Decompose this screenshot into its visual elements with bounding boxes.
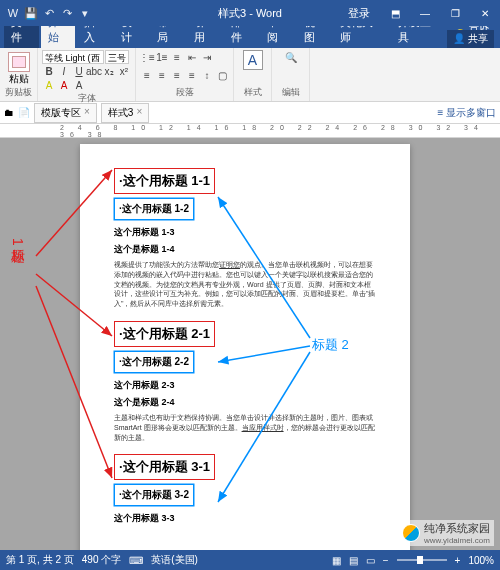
status-bar: 第 1 页, 共 2 页 490 个字 ⌨ 英语(美国) ▦ ▤ ▭ − + 1… [0,550,500,570]
ribbon-display-icon[interactable]: ⬒ [380,0,410,26]
share-button[interactable]: 👤 共享 [447,30,494,48]
paste-icon[interactable] [8,52,30,72]
styles-group: A 样式 [234,48,272,101]
zoom-slider[interactable] [397,559,447,561]
window-title: 样式3 - Word [218,6,282,21]
svg-line-4 [218,346,310,362]
zoom-in-button[interactable]: + [455,555,461,566]
styles-label: 样式 [244,86,262,99]
shading-button[interactable]: ▢ [215,68,229,82]
watermark-logo-icon [402,524,420,542]
strike-button[interactable]: abc [87,64,101,78]
tab-document[interactable]: 样式3× [101,103,149,123]
ruler[interactable]: 2 4 6 8 10 12 14 16 18 20 22 24 26 28 30… [0,124,500,138]
editing-group: 🔍 编辑 [272,48,310,101]
underline-button[interactable]: U [72,64,86,78]
word-icon: W [6,6,20,20]
close-tab-icon[interactable]: × [136,106,142,120]
language-indicator[interactable]: 英语(美国) [151,553,198,567]
clipboard-group: 粘贴 剪贴板 [0,48,38,101]
char-border-button[interactable]: A [72,78,86,92]
sub-toolbar: 🖿 📄 模版专区× 样式3× ≡ 显示多窗口 [0,102,500,124]
svg-line-2 [36,286,112,478]
editing-label: 编辑 [282,86,300,99]
font-group: 等线 Light (西文标题) 三号 B I U abc x₂ x² A A A… [38,48,136,101]
restore-icon[interactable]: ❐ [440,0,470,26]
font-color-button[interactable]: A [57,78,71,92]
svg-line-1 [36,274,112,336]
clipboard-label: 剪贴板 [5,86,32,99]
paste-label: 粘贴 [9,72,29,86]
redo-icon[interactable]: ↷ [60,6,74,20]
show-windows-button[interactable]: ≡ 显示多窗口 [437,106,496,120]
svg-line-0 [36,170,112,256]
title-bar: W 💾 ↶ ↷ ▾ 样式3 - Word 登录 ⬒ — ❐ ✕ [0,0,500,26]
styles-gallery-icon[interactable]: A [243,50,263,70]
ribbon: 粘贴 剪贴板 等线 Light (西文标题) 三号 B I U abc x₂ x… [0,48,500,102]
print-layout-view-icon[interactable]: ▦ [332,555,341,566]
spacing-button[interactable]: ↕ [200,68,214,82]
zoom-out-button[interactable]: − [383,555,389,566]
keyboard-icon: ⌨ [129,555,143,566]
paragraph-group: ⋮≡ 1≡ ≡ ⇤ ⇥ ≡ ≡ ≡ ≡ ↕ ▢ 段落 [136,48,234,101]
watermark: 纯净系统家园 www.yidaimei.com [398,520,494,546]
doc-icon[interactable]: 📄 [18,107,30,118]
quick-access-toolbar: W 💾 ↶ ↷ ▾ [0,6,98,20]
close-tab-icon[interactable]: × [84,106,90,120]
close-icon[interactable]: ✕ [470,0,500,26]
italic-button[interactable]: I [57,64,71,78]
indent-inc-button[interactable]: ⇥ [200,50,214,64]
justify-button[interactable]: ≡ [185,68,199,82]
align-center-button[interactable]: ≡ [155,68,169,82]
qat-dropdown-icon[interactable]: ▾ [78,6,92,20]
minimize-icon[interactable]: — [410,0,440,26]
ribbon-tabs: 文件 开始 插入 设计 布局 引用 邮件 审阅 视图 美化大师 开发工具 💡告诉… [0,26,500,48]
annotation-arrows [0,138,500,550]
sub-button[interactable]: x₂ [102,64,116,78]
font-select[interactable]: 等线 Light (西文标题) [42,50,104,64]
undo-icon[interactable]: ↶ [42,6,56,20]
multilevel-button[interactable]: ≡ [170,50,184,64]
word-count[interactable]: 490 个字 [82,553,121,567]
align-left-button[interactable]: ≡ [140,68,154,82]
size-select[interactable]: 三号 [105,50,129,64]
watermark-url: www.yidaimei.com [424,536,490,545]
page-indicator[interactable]: 第 1 页, 共 2 页 [6,553,74,567]
watermark-text: 纯净系统家园 [424,521,490,536]
sup-button[interactable]: x² [117,64,131,78]
bullets-button[interactable]: ⋮≡ [140,50,154,64]
paragraph-label: 段落 [140,86,229,99]
highlight-button[interactable]: A [42,78,56,92]
read-mode-view-icon[interactable]: ▤ [349,555,358,566]
folder-icon[interactable]: 🖿 [4,107,14,118]
document-area[interactable]: ·这个用标题 1-1 ·这个用标题 1-2 这个用标题 1-3 这个是标题 1-… [0,138,500,550]
person-icon: 👤 [453,33,465,44]
tab-template[interactable]: 模版专区× [34,103,97,123]
indent-dec-button[interactable]: ⇤ [185,50,199,64]
bold-button[interactable]: B [42,64,56,78]
login-link[interactable]: 登录 [348,6,370,21]
numbering-button[interactable]: 1≡ [155,50,169,64]
web-layout-view-icon[interactable]: ▭ [366,555,375,566]
svg-line-5 [218,352,310,502]
save-icon[interactable]: 💾 [24,6,38,20]
svg-line-3 [218,197,310,338]
zoom-level[interactable]: 100% [468,555,494,566]
find-button[interactable]: 🔍 [284,50,298,64]
align-right-button[interactable]: ≡ [170,68,184,82]
